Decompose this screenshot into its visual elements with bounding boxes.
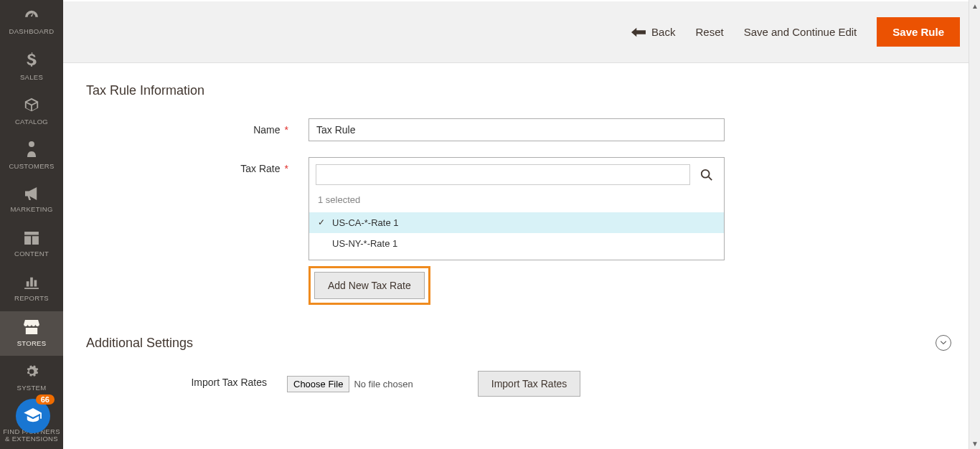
- file-status: No file chosen: [354, 379, 413, 389]
- required-mark: *: [285, 124, 288, 136]
- sidebar-item-sales[interactable]: SALES: [0, 44, 63, 89]
- field-row-taxrate: Tax Rate* 1 selected US-CA-*-Rate 1 US-N…: [86, 157, 957, 305]
- choose-file-button[interactable]: Choose File: [287, 376, 349, 392]
- graduation-icon: [24, 408, 42, 424]
- field-row-import: Import Tax Rates Choose File No file cho…: [86, 371, 957, 397]
- field-row-name: Name*: [86, 118, 957, 141]
- nav-label: CUSTOMERS: [9, 163, 54, 170]
- nav-label: CATALOG: [15, 118, 48, 126]
- cube-icon: [24, 97, 39, 116]
- section-title: Tax Rule Information: [86, 83, 957, 98]
- form-content: Tax Rule Information Name* Tax Rate*: [63, 63, 980, 433]
- dollar-icon: [27, 52, 37, 72]
- store-icon: [24, 320, 39, 338]
- required-mark: *: [285, 163, 288, 174]
- save-continue-label: Save and Continue Edit: [744, 26, 857, 38]
- reset-button[interactable]: Reset: [695, 26, 723, 38]
- help-badge[interactable]: 66: [16, 399, 50, 433]
- sidebar-item-marketing[interactable]: MARKETING: [0, 178, 63, 222]
- selected-count: 1 selected: [309, 192, 724, 212]
- sidebar-item-catalog[interactable]: CATALOG: [0, 89, 63, 133]
- nav-label: STORES: [17, 340, 47, 347]
- nav-label: SALES: [20, 74, 43, 81]
- taxrate-label: Tax Rate*: [86, 157, 308, 305]
- save-rule-button[interactable]: Save Rule: [877, 17, 960, 47]
- back-button[interactable]: Back: [631, 26, 675, 38]
- sidebar-item-reports[interactable]: REPORTS: [0, 267, 63, 311]
- save-continue-button[interactable]: Save and Continue Edit: [744, 26, 857, 38]
- sidebar-item-content[interactable]: CONTENT: [0, 222, 63, 267]
- add-new-tax-rate-button[interactable]: Add New Tax Rate: [314, 272, 425, 299]
- sidebar-item-system[interactable]: SYSTEM: [0, 356, 63, 400]
- nav-label: SYSTEM: [17, 384, 47, 392]
- nav-label: CONTENT: [14, 250, 49, 257]
- sidebar-item-dashboard[interactable]: DASHBOARD: [0, 0, 63, 44]
- admin-sidebar: DASHBOARD SALES CATALOG CUSTOMERS MARKET…: [0, 0, 63, 449]
- badge-count: 66: [36, 394, 55, 405]
- additional-settings-header: Additional Settings: [86, 335, 957, 351]
- taxrate-multiselect: 1 selected US-CA-*-Rate 1 US-NY-*-Rate 1: [308, 157, 725, 260]
- nav-label: DASHBOARD: [9, 28, 55, 35]
- search-icon[interactable]: [696, 164, 717, 185]
- taxrate-option[interactable]: US-NY-*-Rate 1: [309, 233, 724, 254]
- chevron-down-icon: [940, 341, 947, 345]
- additional-title: Additional Settings: [86, 336, 193, 351]
- taxrate-search-input[interactable]: [316, 164, 690, 185]
- dashboard-icon: [24, 9, 39, 26]
- actions-bar: Back Reset Save and Continue Edit Save R…: [63, 1, 980, 63]
- nav-label: MARKETING: [10, 206, 52, 213]
- sidebar-item-stores[interactable]: STORES: [0, 311, 63, 356]
- svg-point-0: [702, 169, 710, 177]
- person-icon: [26, 141, 37, 161]
- scrollbar[interactable]: ▲ ▼: [969, 0, 980, 449]
- import-label: Import Tax Rates: [86, 371, 287, 397]
- scroll-down-icon[interactable]: ▼: [969, 438, 980, 449]
- name-input[interactable]: [308, 118, 725, 141]
- expand-toggle[interactable]: [936, 335, 951, 351]
- sidebar-item-customers[interactable]: CUSTOMERS: [0, 133, 63, 178]
- main-content: Back Reset Save and Continue Edit Save R…: [63, 0, 980, 449]
- reset-label: Reset: [695, 26, 723, 38]
- import-tax-rates-button[interactable]: Import Tax Rates: [478, 371, 581, 397]
- nav-label: REPORTS: [14, 295, 49, 302]
- back-label: Back: [651, 26, 675, 38]
- chart-icon: [24, 276, 39, 293]
- scroll-up-icon[interactable]: ▲: [969, 0, 980, 11]
- name-label: Name*: [86, 118, 308, 141]
- highlighted-button-area: Add New Tax Rate: [308, 266, 430, 305]
- arrow-left-icon: [631, 27, 646, 37]
- taxrate-option[interactable]: US-CA-*-Rate 1: [309, 212, 724, 233]
- gear-icon: [24, 364, 39, 382]
- megaphone-icon: [24, 187, 39, 204]
- layout-icon: [24, 232, 39, 248]
